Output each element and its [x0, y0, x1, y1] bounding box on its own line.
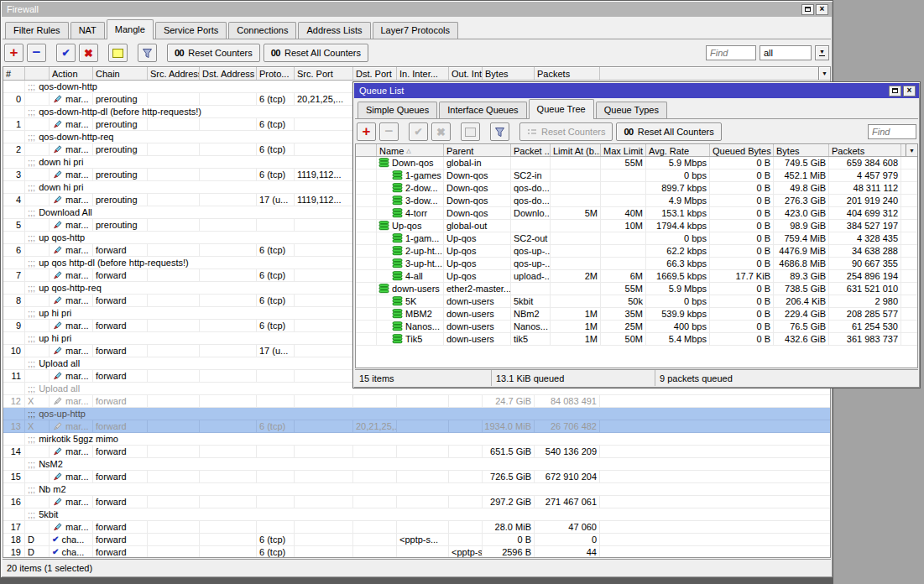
fw-rule-row[interactable]: 17mar...forward28.0 MiB47 060	[3, 521, 830, 534]
queue-row[interactable]: 3-dow...Down-qosqos-do...4.9 Mbps0 B276.…	[356, 195, 917, 207]
fw-comment-row[interactable]: ;;;qos-up-http	[3, 408, 830, 420]
add-button[interactable]: +	[4, 44, 23, 62]
fw-column-header-Proto...[interactable]: Proto...	[257, 67, 295, 80]
tab-mangle[interactable]: Mangle	[107, 19, 154, 39]
queue-column-header-Packet ...[interactable]: Packet ...	[511, 144, 551, 156]
cell-protocol: 6 (tcp)	[257, 244, 295, 256]
fw-column-header-Out. Int...[interactable]: Out. Int...	[449, 67, 483, 80]
queue-list-window[interactable]: Queue List × Simple Queues Interface Que…	[352, 81, 921, 388]
fw-comment-row[interactable]: ;;;5kbit	[3, 508, 830, 521]
tab-connections[interactable]: Connections	[228, 22, 296, 39]
fw-column-header-In. Inter...[interactable]: In. Inter...	[397, 67, 449, 80]
queue-list-maximize-button[interactable]	[889, 86, 901, 96]
firewall-maximize-button[interactable]	[801, 4, 814, 15]
cell-chain: prerouting	[93, 118, 148, 130]
fw-rule-row[interactable]: 15mar...forward726.5 GiB672 910 204	[3, 471, 830, 483]
fw-comment-row[interactable]: ;;;mirkotik 5ggz mimo	[3, 433, 830, 446]
cell-action: mar...	[50, 118, 93, 130]
tab-filter-rules[interactable]: Filter Rules	[5, 22, 69, 39]
queue-row[interactable]: 3-up-ht...Up-qosqos-up-...66.3 kbps0 B46…	[356, 258, 917, 270]
queue-row[interactable]: Down-qosglobal-in55M5.9 Mbps0 B749.5 GiB…	[356, 157, 917, 169]
tab-layer7-protocols[interactable]: Layer7 Protocols	[373, 22, 459, 39]
queue-list-close-button[interactable]: ×	[903, 86, 916, 96]
fw-column-header-#[interactable]: #	[3, 67, 25, 80]
cell-num	[3, 433, 25, 445]
queue-row[interactable]: 2-dow...Down-qosqos-do...899.7 kbps0 B49…	[356, 182, 917, 195]
cell-name: Down-qos	[377, 157, 444, 169]
queue-row[interactable]: 1-gam...Up-qosSC2-out0 bps0 B759.4 MiB4 …	[356, 232, 917, 245]
fw-rule-row[interactable]: 12Xmar...forward24.7 GiB84 083 491	[3, 395, 830, 408]
queue-row[interactable]: 4-torrDown-qosDownlo...5M40M153.1 kbps0 …	[356, 207, 917, 220]
queue-comment-button[interactable]	[461, 123, 480, 141]
queue-column-header-Max Limit ...[interactable]: Max Limit ...	[601, 144, 646, 156]
queue-column-header-flags[interactable]	[356, 144, 377, 156]
tab-interface-queues[interactable]: Interface Queues	[439, 102, 526, 118]
cell-avg-rate: 5.4 Mbps	[646, 333, 710, 345]
fw-column-header-Src. Port[interactable]: Src. Port	[295, 67, 353, 80]
fw-column-header-Bytes[interactable]: Bytes	[483, 67, 535, 80]
fw-column-header-Action[interactable]: Action	[50, 67, 93, 80]
queue-row[interactable]: Up-qosglobal-out10M1794.4 kbps0 B98.9 Gi…	[356, 220, 917, 232]
fw-rule-row[interactable]: 14mar...forward651.5 GiB540 136 209	[3, 446, 830, 458]
queue-column-header-Packets[interactable]: Packets	[829, 144, 901, 156]
queue-row[interactable]: 4-allUp-qosupload-...2M6M1669.5 kbps17.7…	[356, 270, 917, 283]
tab-address-lists[interactable]: Address Lists	[298, 22, 370, 39]
mark-pencil-icon	[52, 321, 63, 331]
fw-comment-row[interactable]: ;;;Nb m2	[3, 483, 830, 496]
queue-row[interactable]: Tik5down-userstik51M50M5.4 Mbps0 B432.6 …	[356, 333, 917, 346]
queue-row[interactable]: MBM2down-usersNBm21M35M539.9 kbps0 B229.…	[356, 308, 917, 321]
queue-row[interactable]: 5Kdown-users5kbit50k0 bps0 B206.4 KiB2 9…	[356, 295, 917, 308]
tab-nat[interactable]: NAT	[70, 22, 105, 39]
disable-button[interactable]: ✖	[79, 44, 98, 62]
fw-column-header-flags[interactable]	[25, 67, 50, 80]
queue-column-header-Bytes[interactable]: Bytes	[774, 144, 829, 156]
fw-column-header-Src. Address[interactable]: Src. Address	[148, 67, 200, 80]
fw-column-header-Chain[interactable]: Chain	[93, 67, 148, 80]
queue-column-header-Avg. Rate[interactable]: Avg. Rate	[646, 144, 710, 156]
queue-reset-all-counters-button[interactable]: 00Reset All Counters	[616, 123, 721, 141]
enable-button[interactable]: ✔	[56, 44, 76, 62]
reset-counters-button[interactable]: 00Reset Counters	[167, 44, 260, 62]
queue-filter-button[interactable]	[490, 123, 509, 141]
queue-column-header-Parent[interactable]: Parent	[444, 144, 511, 156]
queue-row[interactable]: down-usersether2-master...55M5.9 Mbps0 B…	[356, 283, 917, 295]
reset-all-counters-button[interactable]: 00Reset All Counters	[264, 44, 368, 62]
filter-scope-dropdown-button[interactable]: ▼	[815, 45, 829, 60]
filter-button[interactable]	[138, 44, 157, 62]
fw-rule-row[interactable]: 16mar...forward297.2 GiB271 467 061	[3, 496, 830, 508]
queue-row[interactable]: 2-up-ht...Up-qosqos-up-...62.2 kbps0 B44…	[356, 245, 917, 258]
remove-button[interactable]: −	[27, 44, 46, 62]
fw-rule-row[interactable]: 18D✔cha...forward6 (tcp)<pptp-s...0 B0	[3, 534, 830, 546]
fw-column-header-Packets[interactable]: Packets	[535, 67, 600, 80]
enable-queue-button: ✔	[409, 123, 428, 141]
queue-row[interactable]: Nanos...down-usersNanos...1M25M400 bps0 …	[356, 321, 917, 333]
queue-column-chooser-button[interactable]: ▼	[906, 144, 917, 156]
queue-column-header-Name[interactable]: Name△	[377, 144, 444, 156]
queue-list-titlebar[interactable]: Queue List ×	[354, 83, 919, 98]
tab-queue-types[interactable]: Queue Types	[596, 102, 667, 118]
fw-rule-row[interactable]: 19D✔cha...forward6 (tcp)<pptp-s...2596 B…	[3, 546, 830, 558]
fw-rule-row[interactable]: 13Xmar...forward6 (tcp)20,21,25,...1934.…	[3, 420, 830, 433]
cell-num: 7	[3, 269, 25, 281]
queue-find-input[interactable]	[868, 124, 916, 139]
queue-row[interactable]: 1-gamesDown-qosSC2-in0 bps0 B452.1 MiB4 …	[356, 169, 917, 182]
fw-comment-row[interactable]: ;;;NsM2	[3, 458, 830, 471]
find-input[interactable]	[706, 45, 756, 60]
fw-column-header-Dst. Port[interactable]: Dst. Port	[353, 67, 397, 80]
cell-protocol	[257, 446, 295, 457]
firewall-titlebar[interactable]: Firewall ×	[2, 2, 832, 17]
queue-column-header-Queued Bytes[interactable]: Queued Bytes	[710, 144, 774, 156]
fw-column-chooser-button[interactable]: ▼	[818, 67, 830, 80]
firewall-close-button[interactable]: ×	[816, 4, 828, 15]
comment-button[interactable]	[108, 44, 128, 62]
mark-pencil-icon	[52, 421, 63, 431]
tab-simple-queues[interactable]: Simple Queues	[358, 102, 437, 118]
queue-column-header-Limit At (b...[interactable]: Limit At (b...	[551, 144, 601, 156]
filter-scope-select[interactable]: all	[760, 45, 812, 60]
cell-name: Nanos...	[377, 321, 444, 332]
add-queue-button[interactable]: +	[357, 123, 376, 141]
cell-num: 14	[3, 446, 25, 457]
tab-service-ports[interactable]: Service Ports	[155, 22, 227, 39]
fw-column-header-Dst. Address[interactable]: Dst. Address	[200, 67, 257, 80]
tab-queue-tree[interactable]: Queue Tree	[529, 99, 594, 119]
